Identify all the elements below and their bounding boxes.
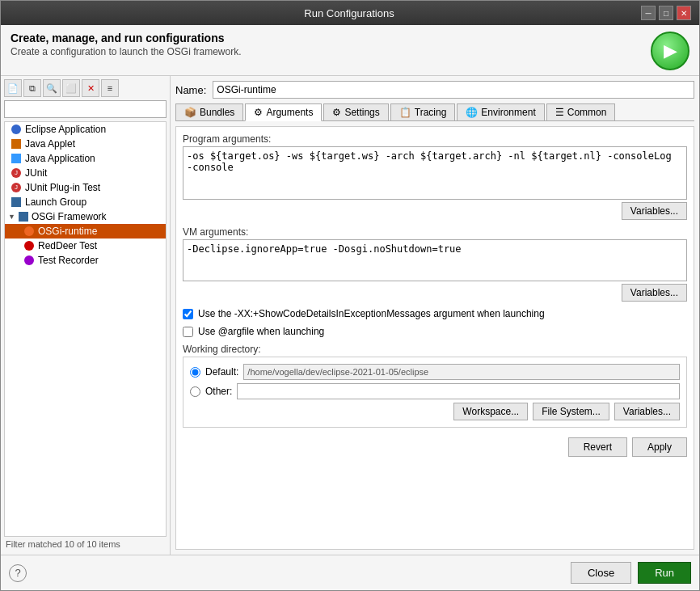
launch-group-icon xyxy=(11,197,21,207)
checkbox1-row: Use the -XX:+ShowCodeDetailsInExceptionM… xyxy=(183,308,687,319)
other-radio[interactable] xyxy=(190,386,200,397)
tab-environment[interactable]: 🌐 Environment xyxy=(457,103,544,120)
search-config-button[interactable]: 🔍 xyxy=(43,79,61,97)
tree-item-junit[interactable]: J JUnit xyxy=(5,166,166,180)
help-button[interactable]: ? xyxy=(9,564,27,582)
bottom-bar: ? Close Run xyxy=(1,555,699,590)
tree-item-label: OSGi-runtime xyxy=(38,226,97,237)
duplicate-config-button[interactable]: ⬜ xyxy=(62,79,80,97)
title-controls: ─ □ ✕ xyxy=(641,6,691,20)
other-path-input[interactable] xyxy=(237,383,680,399)
new-config-button[interactable]: 📄 xyxy=(4,79,22,97)
run-button[interactable]: Run xyxy=(638,562,691,584)
program-args-section: Program arguments: -os ${target.os} -ws … xyxy=(183,133,687,220)
showcode-label: Use the -XX:+ShowCodeDetailsInExceptionM… xyxy=(198,308,545,319)
tab-bar: 📦 Bundles ⚙ Arguments ⚙ Settings 📋 Traci… xyxy=(175,103,694,121)
apply-button[interactable]: Apply xyxy=(632,437,687,457)
tree-item-label: RedDeer Test xyxy=(38,240,97,251)
program-variables-button[interactable]: Variables... xyxy=(622,202,687,220)
arguments-icon: ⚙ xyxy=(254,107,263,118)
tree-item-eclipse-app[interactable]: Eclipse Application xyxy=(5,122,166,137)
settings-icon: ⚙ xyxy=(332,107,341,118)
copy-config-button[interactable]: ⧉ xyxy=(23,79,41,97)
run-icon-button[interactable]: ▶ xyxy=(651,32,689,70)
vm-args-section: VM arguments: -Declipse.ignoreApp=true -… xyxy=(183,226,687,302)
tree-item-osgi-runtime[interactable]: OSGi-runtime xyxy=(5,224,166,239)
filter-config-button[interactable]: ≡ xyxy=(101,79,119,97)
name-label: Name: xyxy=(175,84,206,96)
close-button[interactable]: Close xyxy=(571,562,631,584)
java-applet-icon xyxy=(11,139,21,149)
tree-item-label: Java Application xyxy=(25,153,95,164)
tree-item-label: Launch Group xyxy=(25,196,86,208)
common-icon: ☰ xyxy=(555,107,564,118)
osgi-runtime-icon xyxy=(24,226,34,236)
workspace-button[interactable]: Workspace... xyxy=(453,403,528,420)
search-input[interactable] xyxy=(4,100,167,118)
collapse-icon: ▼ xyxy=(8,213,15,221)
delete-config-button[interactable]: ✕ xyxy=(82,79,99,97)
showcode-checkbox[interactable] xyxy=(183,309,193,319)
program-args-label: Program arguments: xyxy=(183,133,687,145)
tree-group-osgi[interactable]: ▼ OSGi Framework xyxy=(5,209,166,224)
junit-icon: J xyxy=(11,168,21,178)
tree-item-java-applet[interactable]: Java Applet xyxy=(5,137,166,151)
tab-common[interactable]: ☰ Common xyxy=(546,103,616,120)
working-dir-buttons: Workspace... File System... Variables... xyxy=(190,403,680,420)
tree-item-label: Eclipse Application xyxy=(25,124,106,135)
content-area: Program arguments: -os ${target.os} -ws … xyxy=(175,126,694,550)
filesystem-button[interactable]: File System... xyxy=(533,403,609,420)
tree-item-label: JUnit Plug-in Test xyxy=(25,182,100,193)
tab-arguments[interactable]: ⚙ Arguments xyxy=(245,103,322,121)
workdir-variables-button[interactable]: Variables... xyxy=(614,403,680,420)
tree-item-junit-plugin[interactable]: J JUnit Plug-in Test xyxy=(5,180,166,195)
vm-args-input[interactable]: -Declipse.ignoreApp=true -Dosgi.noShutdo… xyxy=(183,239,687,281)
right-panel: Name: 📦 Bundles ⚙ Arguments ⚙ Settings xyxy=(171,76,699,555)
header-area: Create, manage, and run configurations C… xyxy=(1,25,699,76)
argfile-checkbox[interactable] xyxy=(183,327,193,337)
tree-item-label: JUnit xyxy=(25,167,47,179)
filter-status: Filter matched 10 of 10 items xyxy=(4,537,167,551)
tree-item-launch-group[interactable]: Launch Group xyxy=(5,195,166,209)
vm-variables-button[interactable]: Variables... xyxy=(622,284,687,302)
maximize-button[interactable]: □ xyxy=(659,6,673,20)
test-recorder-icon xyxy=(24,255,34,265)
junit-plugin-icon: J xyxy=(11,183,21,192)
close-window-button[interactable]: ✕ xyxy=(677,6,691,20)
osgi-icon xyxy=(19,212,28,222)
left-panel: 📄 ⧉ 🔍 ⬜ ✕ ≡ Eclipse Application Java App… xyxy=(1,76,171,555)
working-dir-group: Default: Other: Workspace... File System… xyxy=(183,357,687,428)
config-tree: Eclipse Application Java Applet Java App… xyxy=(4,121,167,537)
dialog-title: Run Configurations xyxy=(57,7,641,19)
tree-item-label: OSGi Framework xyxy=(32,211,107,222)
tab-tracing[interactable]: 📋 Tracing xyxy=(390,103,456,120)
other-radio-label: Other: xyxy=(205,386,232,397)
tree-item-label: Test Recorder xyxy=(38,255,99,266)
tree-item-reddeer[interactable]: RedDeer Test xyxy=(5,239,166,253)
tab-settings[interactable]: ⚙ Settings xyxy=(323,103,388,120)
header-title: Create, manage, and run configurations xyxy=(11,32,241,44)
bundles-icon: 📦 xyxy=(184,107,196,118)
vm-args-label: VM arguments: xyxy=(183,226,687,238)
default-radio[interactable] xyxy=(190,367,200,378)
checkbox2-row: Use @argfile when launching xyxy=(183,326,687,337)
name-input[interactable] xyxy=(213,81,694,99)
working-dir-section: Working directory: Default: Other: xyxy=(183,344,687,428)
title-bar: Run Configurations ─ □ ✕ xyxy=(1,1,699,25)
tree-item-test-recorder[interactable]: Test Recorder xyxy=(5,253,166,268)
revert-button[interactable]: Revert xyxy=(568,437,627,457)
tree-item-java-app[interactable]: Java Application xyxy=(5,151,166,166)
argfile-label: Use @argfile when launching xyxy=(198,326,324,337)
tree-item-label: Java Applet xyxy=(25,138,75,150)
dialog: Run Configurations ─ □ ✕ Create, manage,… xyxy=(0,0,700,591)
default-radio-row: Default: xyxy=(190,364,680,380)
tab-bundles[interactable]: 📦 Bundles xyxy=(175,103,243,120)
minimize-button[interactable]: ─ xyxy=(641,6,656,20)
header-subtitle: Create a configuration to launch the OSG… xyxy=(11,46,241,57)
name-row: Name: xyxy=(175,81,694,99)
environment-icon: 🌐 xyxy=(466,107,478,118)
program-args-input[interactable]: -os ${target.os} -ws ${target.ws} -arch … xyxy=(183,146,687,200)
default-path-input[interactable] xyxy=(243,364,680,380)
default-radio-label: Default: xyxy=(205,366,238,378)
working-dir-label: Working directory: xyxy=(183,344,687,355)
